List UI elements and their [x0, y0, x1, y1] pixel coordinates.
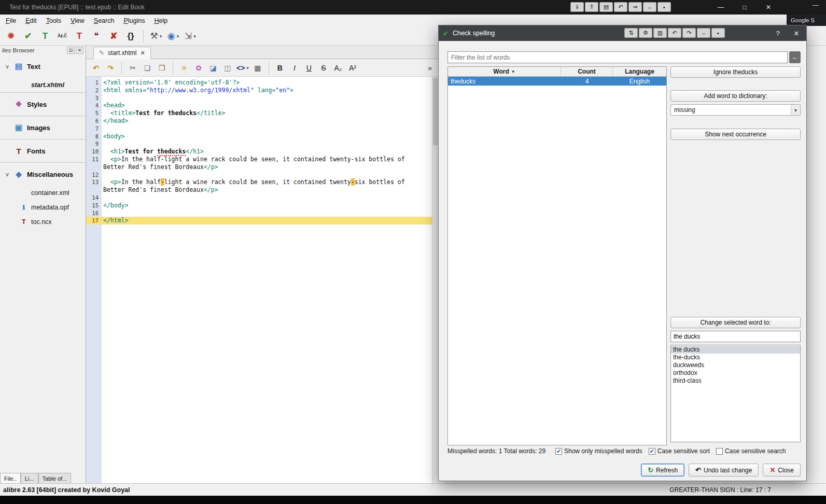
dictionary-select[interactable]: missing ▾ [670, 104, 801, 116]
code-line-text[interactable]: <head> [102, 102, 432, 109]
code-line-text[interactable] [102, 194, 432, 202]
code-line-text[interactable]: <title>Test for theducks</title> [102, 109, 432, 117]
bottom-tab-file[interactable]: File.. [0, 473, 21, 483]
suggestion-item[interactable]: duckweeds [671, 361, 800, 369]
paste-icon[interactable]: ❒ [155, 61, 169, 75]
code-line-text[interactable]: </html> [102, 217, 432, 225]
checkbox-case-sensitive-search[interactable]: Case sensitive search [716, 447, 786, 455]
float-dock-icon[interactable]: ⊡ [67, 47, 75, 54]
overlay-toolbar-icon[interactable]: ▤ [599, 2, 613, 12]
code-line-text[interactable]: </body> [102, 202, 432, 209]
overlay-toolbar-icon[interactable]: ⇓ [570, 2, 584, 12]
bottom-tab-li[interactable]: Li... [21, 473, 38, 483]
menu-edit[interactable]: Edit [21, 15, 41, 26]
chevron-down-icon[interactable]: ▾ [193, 34, 196, 39]
column-header-word[interactable]: Word ▼ [448, 67, 561, 76]
suggestion-item[interactable]: the ducks [671, 346, 800, 354]
compress-images-icon[interactable]: ⇲▾ [183, 29, 198, 44]
undo-last-change-button[interactable]: ↶ Undo last change [689, 464, 759, 477]
check-external-links-icon[interactable]: ◉▾ [165, 29, 181, 44]
scrollbar-thumb[interactable] [433, 78, 438, 145]
overlay-toolbar-icon[interactable]: – [697, 28, 710, 38]
minimize-button[interactable]: — [709, 0, 733, 15]
column-header-count[interactable]: Count [561, 67, 613, 76]
code-line-text[interactable] [102, 125, 432, 133]
saved-searches-icon[interactable]: ⚒▾ [148, 29, 164, 44]
overlay-toolbar-icon[interactable]: – [643, 2, 656, 12]
add-to-dictionary-button[interactable]: Add word to dictionary: [670, 90, 801, 102]
chevron-down-icon[interactable]: ▾ [246, 65, 249, 71]
titlecase-icon[interactable]: T [72, 29, 87, 44]
refresh-button[interactable]: ↻ Refresh [641, 464, 684, 477]
overlay-toolbar-icon[interactable]: ⇑ [585, 2, 598, 12]
word-row[interactable]: theducks4English [448, 77, 666, 86]
menu-view[interactable]: View [66, 15, 89, 26]
code-line-text[interactable]: <p>In the half-light a wine rack could b… [102, 156, 432, 171]
sidebar-item-miscellaneous[interactable]: ∨◆Miscellaneous [0, 163, 86, 186]
superscript-icon[interactable]: A² [346, 61, 359, 75]
chevron-down-icon[interactable]: ▾ [791, 105, 800, 115]
overlay-toolbar-icon[interactable]: ⚙ [639, 28, 652, 38]
checkbox-show-only-misspelled-words[interactable]: ✔Show only misspelled words [555, 447, 642, 455]
split-file-icon[interactable]: ◫ [221, 61, 234, 75]
strikethrough-icon[interactable]: S [317, 61, 330, 75]
suggestion-item[interactable]: third-class [671, 377, 800, 385]
tab-close-icon[interactable]: ✕ [140, 50, 145, 57]
bottom-tab-table-of[interactable]: Table of... [38, 473, 72, 483]
overlay-toolbar-icon[interactable]: ▥ [653, 28, 667, 38]
cut-icon[interactable]: ✂ [126, 61, 139, 75]
sidebar-item-fonts[interactable]: TFonts [0, 139, 86, 162]
sidebar-item-images[interactable]: ▣Images [0, 116, 86, 139]
sidebar-file-metadata-opf[interactable]: ℹmetadata.opf [0, 200, 86, 215]
close-button[interactable]: ✕ [757, 0, 780, 15]
change-word-button[interactable]: Change selected word to: [670, 317, 801, 328]
dialog-close-icon[interactable]: ✕ [789, 25, 804, 41]
remove-unused-css-icon[interactable]: ✘ [106, 29, 121, 44]
menu-file[interactable]: File [1, 15, 21, 26]
redo-icon[interactable]: ↷ [104, 61, 117, 75]
show-next-occurrence-button[interactable]: Show next occurrence [670, 129, 801, 140]
menu-search[interactable]: Search [89, 15, 119, 26]
suggestion-item[interactable]: orthodox [671, 369, 800, 377]
undo-icon[interactable]: ↶ [89, 61, 103, 75]
overlay-toolbar-icon[interactable]: ↶ [614, 2, 627, 12]
copy-icon[interactable]: ❏ [141, 61, 154, 75]
toolbar-overflow-icon[interactable]: » [425, 64, 435, 72]
sidebar-item-text[interactable]: ∨▤Text [0, 55, 86, 78]
subscript-icon[interactable]: A₂ [331, 61, 345, 75]
overlay-toolbar-icon[interactable]: ↶ [668, 28, 681, 38]
filter-words-input[interactable] [447, 51, 788, 63]
code-line-text[interactable]: <h1>Test for theducks</h1> [102, 148, 432, 156]
code-line-text[interactable] [102, 209, 432, 217]
italic-icon[interactable]: I [288, 61, 301, 75]
insert-special-character-icon[interactable]: ✳ [177, 61, 191, 75]
chevron-down-icon[interactable]: ▾ [160, 34, 162, 39]
code-line-text[interactable] [102, 140, 432, 148]
code-line-text[interactable]: </head> [102, 117, 432, 125]
overlay-toolbar-icon[interactable]: ▪ [711, 28, 725, 38]
tab-start-xhtml[interactable]: ✎ start.xhtml ✕ [93, 47, 151, 59]
clear-filter-icon[interactable]: ← [789, 51, 801, 63]
code-line-text[interactable] [102, 94, 432, 102]
insert-table-icon[interactable]: ▦ [251, 61, 264, 75]
sidebar-item-styles[interactable]: ❖Styles [0, 93, 86, 116]
sidebar-file-toc-ncx[interactable]: Ttoc.ncx [0, 215, 86, 229]
code-line-text[interactable]: <?xml version='1.0' encoding='utf-8'?> [102, 79, 432, 87]
sidebar-file-start-xhtml[interactable]: start.xhtml [0, 78, 86, 92]
menu-help[interactable]: Help [149, 15, 172, 26]
check-book-icon[interactable]: ✺ [3, 29, 19, 44]
chevron-down-icon[interactable]: ▾ [177, 34, 179, 39]
overlay-toolbar-icon[interactable]: ⇅ [624, 28, 638, 38]
column-header-language[interactable]: Language [613, 67, 666, 76]
transliterate-icon[interactable]: ÅŁČ [54, 29, 70, 44]
smarten-punctuation-icon[interactable]: ❝ [89, 29, 104, 44]
dialog-help-button[interactable]: ? [770, 25, 786, 41]
sidebar-file-container-xml[interactable]: container.xml [0, 186, 86, 200]
editor-scrollbar[interactable] [432, 77, 438, 483]
code-line-text[interactable]: <html xmlns="http://www.w3.org/1999/xhtm… [102, 87, 432, 94]
maximize-button[interactable]: □ [733, 0, 757, 15]
close-dialog-button[interactable]: ✕ Close [763, 464, 801, 477]
overlay-toolbar-icon[interactable]: ⇒ [628, 2, 642, 12]
ignore-word-button[interactable]: Ignore theducks [670, 66, 801, 78]
suggestion-item[interactable]: the-ducks [671, 354, 800, 361]
